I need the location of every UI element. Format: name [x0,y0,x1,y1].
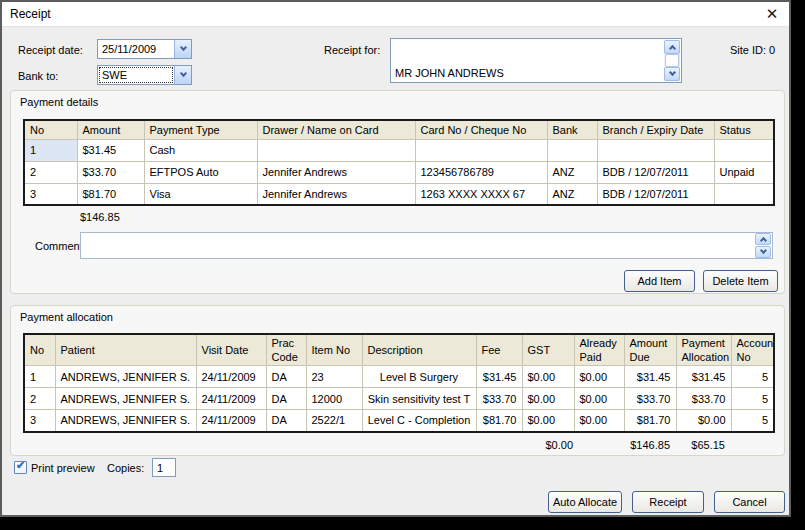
table-cell[interactable]: 3 [24,410,55,432]
comment-scroll-down-button[interactable] [755,246,771,258]
receipt-date-label: Receipt date: [18,44,83,56]
column-header: Card No / Cheque No [415,120,547,139]
table-cell[interactable] [597,139,714,161]
table-cell[interactable]: BDB / 12/07/2011 [597,161,714,183]
table-cell[interactable]: 23 [306,366,362,388]
table-cell[interactable]: 5 [731,388,774,410]
payment-allocation-total: $65.15 [625,439,725,451]
table-cell[interactable]: $0.00 [574,366,624,388]
comment-scroll-up-button[interactable] [755,233,771,245]
copies-input[interactable]: 1 [152,458,176,477]
table-cell[interactable]: DA [266,410,306,432]
table-cell[interactable]: Level C - Completion [362,410,476,432]
print-preview-checkbox[interactable]: ✔ [14,461,27,474]
table-cell[interactable]: $31.45 [624,366,676,388]
receipt-date-dropdown-button[interactable] [174,40,191,58]
table-cell[interactable]: $0.00 [676,410,731,432]
table-cell[interactable]: ANZ [547,183,597,205]
delete-item-button[interactable]: Delete Item [703,270,778,292]
auto-allocate-button[interactable]: Auto Allocate [548,491,622,513]
column-header: Payment Allocation [676,334,731,366]
table-cell[interactable]: BDB / 12/07/2011 [597,183,714,205]
table-cell[interactable]: $33.70 [624,388,676,410]
table-cell[interactable]: 1 [24,366,55,388]
bank-to-dropdown-button[interactable] [174,66,191,84]
table-cell[interactable]: $0.00 [522,388,574,410]
payment-allocation-group: Payment allocation No Patient Visit Date… [10,305,785,456]
table-cell[interactable]: ANDREWS, JENNIFER S. [55,388,196,410]
table-cell[interactable]: $81.70 [624,410,676,432]
table-cell[interactable] [547,139,597,161]
table-cell[interactable]: Visa [144,183,257,205]
table-cell[interactable]: $33.70 [77,161,144,183]
receipt-for-textbox[interactable]: MR JOHN ANDREWS 2 KENNEDY RD DEMO TOWN 4… [390,38,682,83]
column-header: No [24,120,77,139]
receipt-button[interactable]: Receipt [632,491,704,513]
cancel-button[interactable]: Cancel [714,491,785,513]
table-cell[interactable]: EFTPOS Auto [144,161,257,183]
table-cell[interactable]: Cash [144,139,257,161]
comment-input[interactable] [80,232,773,259]
table-cell[interactable]: 24/11/2009 [196,388,266,410]
table-cell[interactable]: $0.00 [574,410,624,432]
table-cell[interactable]: Unpaid [714,161,774,183]
column-header: Already Paid [574,334,624,366]
table-cell[interactable]: ANDREWS, JENNIFER S. [55,410,196,432]
bank-to-value: SWE [98,66,174,84]
table-cell[interactable]: $81.70 [476,410,522,432]
chevron-down-icon [759,247,766,254]
column-header: Branch / Expiry Date [597,120,714,139]
table-cell[interactable]: 24/11/2009 [196,366,266,388]
table-cell[interactable] [415,139,547,161]
column-header: Account No [731,334,774,366]
table-cell[interactable]: Jennifer Andrews [257,161,415,183]
table-row: 1$31.45Cash [24,139,774,161]
table-cell[interactable]: Skin sensitivity test T [362,388,476,410]
site-id-label: Site ID: 0 [730,44,775,56]
table-cell[interactable]: $0.00 [522,410,574,432]
table-cell[interactable]: 24/11/2009 [196,410,266,432]
bank-to-combo[interactable]: SWE [97,65,192,85]
table-cell[interactable]: ANZ [547,161,597,183]
table-cell[interactable] [714,139,774,161]
table-cell[interactable]: $0.00 [522,366,574,388]
receipt-for-scrollbar[interactable] [664,40,680,81]
table-row: 1ANDREWS, JENNIFER S.24/11/2009DA23Level… [24,366,774,388]
table-cell[interactable] [714,183,774,205]
table-cell[interactable]: 2 [24,161,77,183]
table-cell[interactable]: 5 [731,366,774,388]
scroll-down-button[interactable] [664,67,680,81]
table-cell[interactable]: $81.70 [77,183,144,205]
table-cell[interactable]: ANDREWS, JENNIFER S. [55,366,196,388]
comment-label: Comment: [35,240,86,252]
payment-details-group: Payment details No Amount Payment Type D… [10,90,785,294]
table-cell[interactable]: $31.45 [676,366,731,388]
payment-details-total: $146.85 [80,211,120,223]
table-cell[interactable]: 2522/1 [306,410,362,432]
table-cell[interactable]: Jennifer Andrews [257,183,415,205]
table-cell[interactable]: $33.70 [676,388,731,410]
gst-total: $0.00 [473,439,573,451]
table-cell[interactable]: 123456786789 [415,161,547,183]
table-cell[interactable]: 1 [24,139,77,161]
payment-details-header: No Amount Payment Type Drawer / Name on … [24,120,774,139]
scrollbar-thumb[interactable] [665,54,679,67]
add-item-button[interactable]: Add Item [624,270,695,292]
table-cell[interactable]: Level B Surgery [362,366,476,388]
table-cell[interactable]: $0.00 [574,388,624,410]
table-cell[interactable]: $31.45 [77,139,144,161]
table-cell[interactable]: DA [266,366,306,388]
close-icon[interactable]: ✕ [763,5,781,23]
table-cell[interactable]: 12000 [306,388,362,410]
table-cell[interactable]: 1263 XXXX XXXX 67 [415,183,547,205]
table-cell[interactable]: 3 [24,183,77,205]
receipt-date-combo[interactable]: 25/11/2009 [97,39,192,59]
table-cell[interactable]: $33.70 [476,388,522,410]
table-cell[interactable]: $31.45 [476,366,522,388]
column-header: Amount Due [624,334,676,366]
table-cell[interactable] [257,139,415,161]
scroll-up-button[interactable] [664,40,680,54]
table-cell[interactable]: DA [266,388,306,410]
table-cell[interactable]: 5 [731,410,774,432]
table-cell[interactable]: 2 [24,388,55,410]
